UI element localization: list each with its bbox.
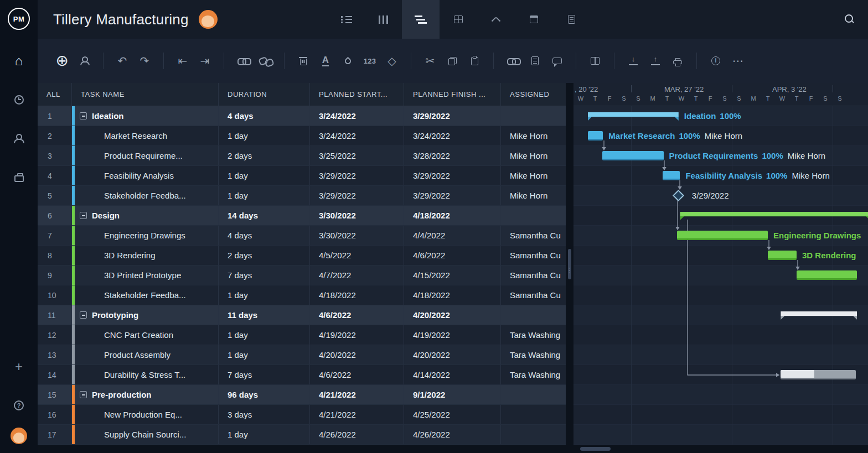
collapse-icon[interactable] — [80, 212, 87, 219]
app-logo[interactable]: PM — [8, 8, 30, 30]
info-icon — [711, 56, 720, 65]
header-planned-start[interactable]: PLANNED START... — [310, 83, 404, 106]
table-hscroll-track[interactable] — [38, 445, 566, 453]
title-bar: Tillery Manufacturing — [38, 0, 868, 39]
table-row[interactable]: 6Design14 days3/30/20224/18/2022 — [38, 206, 566, 226]
collapse-icon[interactable] — [80, 112, 87, 119]
print-icon — [673, 60, 682, 64]
tab-list[interactable] — [327, 0, 364, 39]
collapse-icon[interactable] — [80, 391, 87, 398]
task-bar[interactable] — [588, 131, 603, 140]
fill-color-button[interactable] — [337, 49, 359, 73]
task-name-cell: Engineering Drawings — [72, 226, 219, 245]
add-assignee-button[interactable] — [73, 49, 95, 73]
task-color-strip — [72, 345, 75, 365]
timeline-day-letter: M — [746, 95, 761, 102]
number-format-button[interactable]: 123 — [359, 49, 381, 73]
collapse-icon[interactable] — [80, 311, 87, 319]
duration-cell: 4 days — [219, 226, 310, 245]
header-duration[interactable]: DURATION — [219, 83, 310, 106]
paste-button[interactable] — [463, 49, 485, 73]
undo-button[interactable]: ↶ — [111, 49, 133, 73]
gantt-hscroll-track[interactable] — [574, 445, 868, 453]
notes-icon — [531, 56, 539, 65]
task-bar[interactable] — [663, 171, 680, 180]
task-bar[interactable] — [768, 251, 797, 260]
add-task-button[interactable]: ⊕ — [51, 49, 73, 73]
task-bar[interactable] — [797, 270, 857, 280]
tab-docs[interactable] — [552, 0, 590, 39]
splitter-handle-icon[interactable]: ⋮ — [566, 263, 574, 278]
comment-button[interactable] — [546, 49, 568, 73]
tab-gantt[interactable] — [402, 0, 440, 39]
task-name-inner: Product Requireme... — [72, 151, 183, 160]
notes-button[interactable] — [524, 49, 546, 73]
sidebar-item-home[interactable]: ⌂ — [7, 49, 31, 73]
table-row[interactable]: 2Market Research1 day3/24/20223/24/2022M… — [38, 126, 566, 146]
project-owner-avatar[interactable] — [199, 10, 218, 29]
columns-button[interactable] — [584, 49, 606, 73]
table-row[interactable]: 3Product Requireme...2 days3/25/20223/28… — [38, 146, 566, 166]
table-row[interactable]: 4Feasibility Analysis1 day3/29/20223/29/… — [38, 166, 566, 186]
table-row[interactable]: 16New Production Eq...3 days4/21/20224/2… — [38, 405, 566, 425]
table-row[interactable]: 7Engineering Drawings4 days3/30/20224/4/… — [38, 226, 566, 246]
search-button[interactable] — [845, 14, 855, 26]
attach-link-button[interactable] — [502, 49, 524, 73]
link-tasks-button[interactable] — [232, 49, 254, 73]
toolbar-separator — [103, 53, 104, 69]
toolbar-separator — [614, 53, 614, 69]
export-button[interactable] — [644, 49, 666, 73]
pane-splitter[interactable]: ⋮ — [566, 83, 574, 453]
import-button[interactable] — [622, 49, 644, 73]
print-button[interactable] — [666, 49, 689, 73]
copy-button[interactable] — [441, 49, 463, 73]
outdent-button[interactable]: ⇤ — [172, 49, 194, 73]
header-task-name[interactable]: TASK NAME — [72, 83, 219, 106]
gantt-hscroll-thumb[interactable] — [580, 447, 611, 451]
indent-button[interactable]: ⇥ — [194, 49, 216, 73]
header-planned-finish[interactable]: PLANNED FINISH ... — [404, 83, 501, 106]
tab-board[interactable] — [364, 0, 402, 39]
table-row[interactable]: 13Product Assembly1 day4/20/20224/20/202… — [38, 345, 566, 365]
tab-calendar[interactable] — [515, 0, 552, 39]
table-row[interactable]: 15Pre-production96 days4/21/20229/1/2022 — [38, 385, 566, 405]
task-bar[interactable] — [781, 370, 855, 379]
table-row[interactable]: 93D Printed Prototype7 days4/7/20224/15/… — [38, 265, 566, 285]
task-bar[interactable] — [602, 151, 664, 160]
text-format-button[interactable]: A — [314, 49, 337, 73]
sidebar-item-timesheets[interactable] — [7, 87, 31, 112]
table-row[interactable]: 14Durability & Stress T...7 days4/6/2022… — [38, 365, 566, 385]
sidebar-item-help[interactable] — [7, 393, 31, 418]
table-row[interactable]: 83D Rendering2 days4/5/20224/6/2022Saman… — [38, 246, 566, 265]
assigned-cell — [501, 405, 566, 424]
milestone-button[interactable]: ◇ — [381, 49, 403, 73]
unlink-tasks-button[interactable] — [254, 49, 276, 73]
bar-task-name: Engineering Drawings — [773, 231, 861, 240]
briefcase-icon — [14, 175, 24, 182]
cut-button[interactable]: ✂ — [419, 49, 441, 73]
planned-start-cell: 3/24/2022 — [310, 106, 404, 126]
delete-button[interactable] — [292, 49, 314, 73]
more-button[interactable]: ⋯ — [727, 49, 749, 73]
sidebar-item-add[interactable]: + — [7, 355, 31, 379]
task-name-inner: Supply Chain Sourci... — [72, 430, 186, 439]
table-row[interactable]: 17Supply Chain Sourci...1 day4/26/20224/… — [38, 425, 566, 445]
planned-finish-cell: 4/26/2022 — [404, 425, 501, 444]
user-avatar[interactable] — [11, 428, 27, 444]
tab-activity[interactable] — [477, 0, 515, 39]
sidebar-item-portfolio[interactable] — [7, 165, 31, 189]
table-row[interactable]: 12CNC Part Creation1 day4/19/20224/19/20… — [38, 325, 566, 345]
table-row[interactable]: 11Prototyping11 days4/6/20224/20/2022 — [38, 305, 566, 325]
table-row[interactable]: 5Stakeholder Feedba...1 day3/29/20223/29… — [38, 186, 566, 206]
row-number: 10 — [38, 285, 72, 305]
task-color-strip — [72, 365, 75, 384]
info-button[interactable] — [705, 49, 727, 73]
redo-button[interactable]: ↷ — [133, 49, 156, 73]
tab-sheet[interactable] — [440, 0, 477, 39]
header-assigned[interactable]: ASSIGNED — [501, 83, 566, 106]
table-row[interactable]: 10Stakeholder Feedba...1 day4/18/20224/1… — [38, 285, 566, 305]
sidebar-item-team[interactable] — [7, 126, 31, 150]
table-row[interactable]: 1Ideation4 days3/24/20223/29/2022 — [38, 106, 566, 126]
header-all[interactable]: ALL — [38, 83, 72, 106]
task-bar[interactable] — [677, 231, 768, 240]
